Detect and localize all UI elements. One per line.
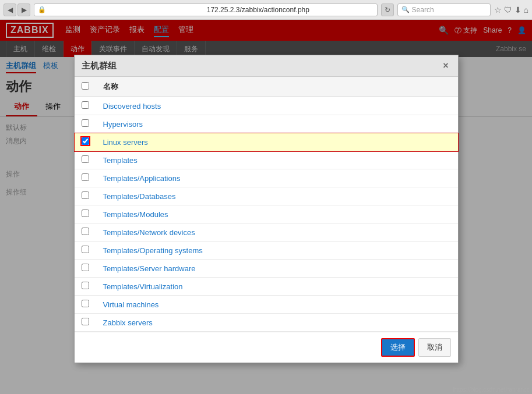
row-checkbox-8[interactable] bbox=[82, 228, 89, 235]
row-name-9[interactable]: Templates/Operating systems bbox=[96, 242, 458, 260]
modal-dialog: 主机群组 × 名称 Discovered hostsHypervisorsLin… bbox=[74, 55, 459, 363]
row-name-13[interactable]: Zabbix servers bbox=[96, 314, 458, 332]
address-bar[interactable]: 🔒 172.25.2.3/zabbix/actionconf.php bbox=[34, 3, 378, 16]
row-name-11[interactable]: Templates/Virtualization bbox=[96, 278, 458, 296]
row-link-2[interactable]: Hypervisors bbox=[103, 120, 143, 129]
url-text: 172.25.2.3/zabbix/actionconf.php bbox=[207, 6, 374, 14]
row-link-11[interactable]: Templates/Virtualization bbox=[103, 282, 183, 291]
modal-footer: 选择 取消 bbox=[75, 332, 458, 363]
table-row[interactable]: Templates/Operating systems bbox=[75, 242, 458, 260]
watermark: https://blog.csdn.net/ranrancc bbox=[453, 386, 530, 393]
home-icon[interactable]: ⌂ bbox=[524, 5, 529, 15]
row-name-10[interactable]: Templates/Server hardware bbox=[96, 260, 458, 278]
modal-title: 主机群组 bbox=[82, 61, 117, 72]
table-row[interactable]: Templates/Network devices bbox=[75, 223, 458, 242]
table-row[interactable]: Virtual machines bbox=[75, 296, 458, 314]
browser-search[interactable]: 🔍 Search bbox=[397, 3, 491, 16]
back-button[interactable]: ◀ bbox=[3, 3, 16, 16]
table-row[interactable]: Linux servers bbox=[75, 133, 458, 151]
header-checkbox-cell bbox=[75, 77, 96, 97]
row-link-3[interactable]: Linux servers bbox=[103, 138, 148, 147]
select-button[interactable]: 选择 bbox=[381, 338, 415, 357]
row-checkbox-cell bbox=[75, 278, 96, 296]
row-checkbox-13[interactable] bbox=[82, 318, 89, 325]
search-placeholder: Search bbox=[412, 6, 434, 14]
row-checkbox-1[interactable] bbox=[82, 101, 89, 109]
table-row[interactable]: Templates bbox=[75, 151, 458, 169]
row-name-5[interactable]: Templates/Applications bbox=[96, 169, 458, 187]
row-link-6[interactable]: Templates/Databases bbox=[103, 192, 176, 201]
row-checkbox-cell bbox=[75, 205, 96, 223]
row-name-3[interactable]: Linux servers bbox=[96, 133, 458, 151]
download-icon[interactable]: ⬇ bbox=[515, 5, 522, 15]
row-checkbox-2[interactable] bbox=[82, 119, 89, 127]
row-link-1[interactable]: Discovered hosts bbox=[103, 102, 161, 111]
row-checkbox-7[interactable] bbox=[82, 210, 89, 217]
row-link-8[interactable]: Templates/Network devices bbox=[103, 228, 195, 237]
row-checkbox-11[interactable] bbox=[82, 282, 89, 289]
bookmark-icon[interactable]: ☆ bbox=[494, 5, 502, 15]
row-checkbox-6[interactable] bbox=[82, 191, 89, 199]
row-checkbox-cell bbox=[75, 223, 96, 242]
table-row[interactable]: Templates/Databases bbox=[75, 187, 458, 205]
row-checkbox-12[interactable] bbox=[82, 300, 89, 307]
modal-header: 主机群组 × bbox=[75, 55, 458, 77]
modal-body: 名称 Discovered hostsHypervisorsLinux serv… bbox=[75, 77, 458, 332]
row-checkbox-cell bbox=[75, 296, 96, 314]
table-row[interactable]: Templates/Server hardware bbox=[75, 260, 458, 278]
forward-button[interactable]: ▶ bbox=[17, 3, 30, 16]
browser-icons: ☆ 🛡 ⬇ ⌂ bbox=[494, 5, 529, 15]
row-checkbox-3[interactable] bbox=[82, 137, 89, 145]
row-checkbox-4[interactable] bbox=[82, 155, 89, 163]
safebrowse-icon[interactable]: 🛡 bbox=[504, 5, 512, 15]
row-link-7[interactable]: Templates/Modules bbox=[103, 210, 168, 219]
row-checkbox-10[interactable] bbox=[82, 264, 89, 271]
row-checkbox-cell bbox=[75, 151, 96, 169]
table-row[interactable]: Hypervisors bbox=[75, 115, 458, 133]
row-checkbox-cell bbox=[75, 133, 96, 151]
row-checkbox-9[interactable] bbox=[82, 246, 89, 253]
row-checkbox-cell bbox=[75, 314, 96, 332]
row-checkbox-5[interactable] bbox=[82, 173, 89, 181]
row-checkbox-cell bbox=[75, 187, 96, 205]
row-link-12[interactable]: Virtual machines bbox=[103, 300, 159, 309]
browser-chrome: ◀ ▶ 🔒 172.25.2.3/zabbix/actionconf.php ↻… bbox=[0, 0, 532, 20]
row-link-5[interactable]: Templates/Applications bbox=[103, 174, 181, 183]
row-checkbox-cell bbox=[75, 260, 96, 278]
header-name: 名称 bbox=[96, 77, 458, 97]
row-link-9[interactable]: Templates/Operating systems bbox=[103, 246, 203, 255]
table-row[interactable]: Templates/Modules bbox=[75, 205, 458, 223]
row-checkbox-cell bbox=[75, 242, 96, 260]
row-link-13[interactable]: Zabbix servers bbox=[103, 318, 153, 327]
table-header: 名称 bbox=[75, 77, 458, 97]
modal-overlay: 主机群组 × 名称 Discovered hostsHypervisorsLin… bbox=[0, 20, 532, 394]
table-row[interactable]: Templates/Applications bbox=[75, 169, 458, 187]
row-name-4[interactable]: Templates bbox=[96, 151, 458, 169]
nav-buttons: ◀ ▶ bbox=[3, 3, 30, 16]
row-link-10[interactable]: Templates/Server hardware bbox=[103, 264, 196, 273]
row-checkbox-cell bbox=[75, 169, 96, 187]
select-all-checkbox[interactable] bbox=[82, 82, 89, 90]
table-row[interactable]: Templates/Virtualization bbox=[75, 278, 458, 296]
cancel-button[interactable]: 取消 bbox=[418, 338, 451, 357]
table-row[interactable]: Discovered hosts bbox=[75, 97, 458, 115]
table-row[interactable]: Zabbix servers bbox=[75, 314, 458, 332]
row-name-7[interactable]: Templates/Modules bbox=[96, 205, 458, 223]
row-checkbox-cell bbox=[75, 115, 96, 133]
refresh-button[interactable]: ↻ bbox=[381, 3, 394, 16]
row-name-8[interactable]: Templates/Network devices bbox=[96, 223, 458, 242]
table-body: Discovered hostsHypervisorsLinux servers… bbox=[75, 97, 458, 332]
row-name-6[interactable]: Templates/Databases bbox=[96, 187, 458, 205]
row-link-4[interactable]: Templates bbox=[103, 156, 138, 165]
row-name-1[interactable]: Discovered hosts bbox=[96, 97, 458, 115]
hostgroups-table: 名称 Discovered hostsHypervisorsLinux serv… bbox=[75, 77, 458, 332]
row-name-2[interactable]: Hypervisors bbox=[96, 115, 458, 133]
row-checkbox-cell bbox=[75, 97, 96, 115]
modal-close-button[interactable]: × bbox=[441, 60, 450, 72]
row-name-12[interactable]: Virtual machines bbox=[96, 296, 458, 314]
